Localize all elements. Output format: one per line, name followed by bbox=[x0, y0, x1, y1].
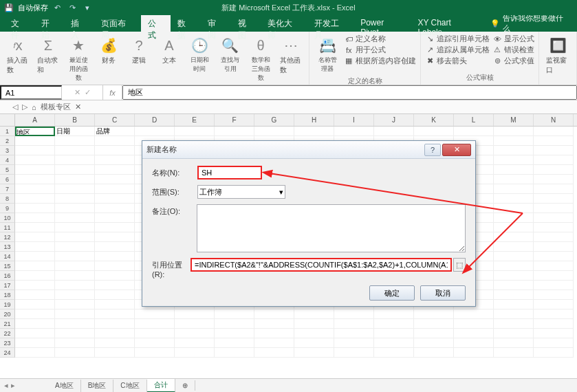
row-header[interactable]: 2 bbox=[0, 136, 15, 146]
name-input[interactable] bbox=[197, 166, 262, 179]
cancel-button[interactable]: 取消 bbox=[420, 285, 466, 301]
cell-M19[interactable] bbox=[494, 300, 534, 309]
cell-A17[interactable] bbox=[15, 281, 55, 290]
cell-N16[interactable] bbox=[534, 271, 574, 281]
cell-M23[interactable] bbox=[494, 338, 534, 348]
row-header[interactable]: 23 bbox=[0, 338, 15, 348]
cell-C16[interactable] bbox=[95, 271, 135, 281]
cell-A19[interactable] bbox=[15, 300, 55, 309]
cell-J20[interactable] bbox=[374, 309, 414, 319]
cell-A16[interactable] bbox=[15, 271, 55, 281]
cell-J22[interactable] bbox=[374, 329, 414, 338]
cell-B17[interactable] bbox=[55, 281, 95, 290]
cell-K24[interactable] bbox=[414, 348, 454, 358]
cell-M16[interactable] bbox=[494, 271, 534, 281]
row-header[interactable]: 5 bbox=[0, 165, 15, 175]
define-name-button[interactable]: 🏷定义名称 bbox=[344, 34, 416, 44]
sheet-tab-sum[interactable]: 合计 bbox=[147, 379, 175, 393]
row-header[interactable]: 3 bbox=[0, 146, 15, 155]
col-header-D[interactable]: D bbox=[135, 114, 175, 126]
logical-button[interactable]: ? 逻辑 bbox=[125, 34, 153, 67]
ref-collapse-button[interactable]: ⬚ bbox=[453, 258, 466, 272]
cell-A10[interactable] bbox=[15, 213, 55, 223]
tab-view[interactable]: 视图 bbox=[231, 15, 261, 32]
math-button[interactable]: θ 数学和三角函数 bbox=[247, 34, 274, 84]
cell-B1[interactable]: 日期 bbox=[55, 127, 95, 136]
tab-data[interactable]: 数据 bbox=[171, 15, 201, 32]
tab-xychart[interactable]: XY Chart Labels bbox=[411, 15, 483, 32]
cell-A20[interactable] bbox=[15, 309, 55, 319]
evaluate-formula-button[interactable]: ⊚公式求值 bbox=[492, 56, 534, 66]
watch-window-button[interactable]: 🔲 监视窗口 bbox=[543, 34, 572, 76]
remove-arrows-button[interactable]: ✖移去箭头 bbox=[425, 56, 490, 66]
cell-M6[interactable] bbox=[494, 175, 534, 184]
col-header-G[interactable]: G bbox=[254, 114, 294, 126]
row-header[interactable]: 8 bbox=[0, 194, 15, 204]
dialog-titlebar[interactable]: 新建名称 ? ✕ bbox=[142, 141, 475, 159]
cell-B4[interactable] bbox=[55, 155, 95, 165]
cell-A14[interactable] bbox=[15, 252, 55, 261]
cell-A9[interactable] bbox=[15, 204, 55, 213]
cell-A4[interactable] bbox=[15, 155, 55, 165]
cell-C14[interactable] bbox=[95, 252, 135, 261]
cell-B24[interactable] bbox=[55, 348, 95, 358]
cell-B9[interactable] bbox=[55, 204, 95, 213]
cell-B7[interactable] bbox=[55, 184, 95, 194]
row-header[interactable]: 6 bbox=[0, 175, 15, 184]
cell-M13[interactable] bbox=[494, 242, 534, 252]
sheet-nav-first-icon[interactable]: ◂ bbox=[4, 381, 8, 390]
cell-B12[interactable] bbox=[55, 232, 95, 242]
cell-M22[interactable] bbox=[494, 329, 534, 338]
tab-home[interactable]: 开始 bbox=[34, 15, 65, 32]
cell-M4[interactable] bbox=[494, 155, 534, 165]
cell-B14[interactable] bbox=[55, 252, 95, 261]
cell-K22[interactable] bbox=[414, 329, 454, 338]
lookup-button[interactable]: 🔍 查找与引用 bbox=[216, 34, 243, 75]
cell-C9[interactable] bbox=[95, 204, 135, 213]
cell-I22[interactable] bbox=[334, 329, 374, 338]
cell-N18[interactable] bbox=[534, 290, 574, 300]
cell-C15[interactable] bbox=[95, 261, 135, 271]
cell-M9[interactable] bbox=[494, 204, 534, 213]
cell-B22[interactable] bbox=[55, 329, 95, 338]
cell-C4[interactable] bbox=[95, 155, 135, 165]
sheet-tab-c[interactable]: C地区 bbox=[113, 380, 146, 392]
redo-icon[interactable]: ↷ bbox=[66, 1, 78, 14]
cell-L24[interactable] bbox=[454, 348, 494, 358]
row-header[interactable]: 20 bbox=[0, 309, 15, 319]
cell-H24[interactable] bbox=[294, 348, 334, 358]
cell-C10[interactable] bbox=[95, 213, 135, 223]
cancel-formula-icon[interactable]: ✕ bbox=[74, 88, 80, 97]
cell-N7[interactable] bbox=[534, 184, 574, 194]
row-header[interactable]: 21 bbox=[0, 319, 15, 329]
cell-F20[interactable] bbox=[215, 309, 254, 319]
cell-M3[interactable] bbox=[494, 146, 534, 155]
cell-C8[interactable] bbox=[95, 194, 135, 204]
cell-B10[interactable] bbox=[55, 213, 95, 223]
col-header-I[interactable]: I bbox=[334, 114, 374, 126]
cell-C13[interactable] bbox=[95, 242, 135, 252]
row-header[interactable]: 10 bbox=[0, 213, 15, 223]
ok-button[interactable]: 确定 bbox=[369, 285, 415, 301]
cell-N17[interactable] bbox=[534, 281, 574, 290]
cell-H1[interactable] bbox=[294, 127, 334, 136]
cell-J23[interactable] bbox=[374, 338, 414, 348]
cell-G1[interactable] bbox=[254, 127, 294, 136]
sheet-tab-a[interactable]: A地区 bbox=[48, 380, 81, 392]
col-header-N[interactable]: N bbox=[534, 114, 574, 126]
cell-F21[interactable] bbox=[215, 319, 254, 329]
cell-N8[interactable] bbox=[534, 194, 574, 204]
ref-input[interactable] bbox=[190, 258, 452, 272]
row-header[interactable]: 24 bbox=[0, 348, 15, 358]
cell-N12[interactable] bbox=[534, 232, 574, 242]
tell-me[interactable]: 💡 告诉我你想要做什么 bbox=[483, 15, 577, 32]
cell-C3[interactable] bbox=[95, 146, 135, 155]
cell-G22[interactable] bbox=[254, 329, 294, 338]
use-in-formula-button[interactable]: fx用于公式 bbox=[344, 45, 416, 55]
cell-N21[interactable] bbox=[534, 319, 574, 329]
cell-A3[interactable] bbox=[15, 146, 55, 155]
cell-H22[interactable] bbox=[294, 329, 334, 338]
cell-L20[interactable] bbox=[454, 309, 494, 319]
cell-N14[interactable] bbox=[534, 252, 574, 261]
more-fn-button[interactable]: ⋯ 其他函数 bbox=[277, 34, 305, 76]
